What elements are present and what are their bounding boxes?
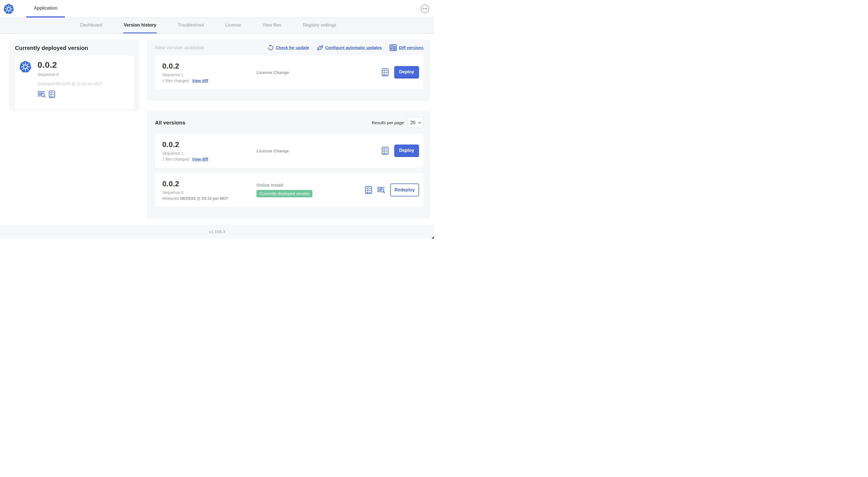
version-info: 0.0.2 Sequence 0 Released 08/29/24 @ 03:… xyxy=(162,180,256,201)
deployed-sequence: Sequence 0 xyxy=(37,72,102,77)
diff-versions-label: Diff versions xyxy=(399,46,424,50)
main-content: Currently deployed version xyxy=(0,34,434,225)
preflight-checks-button[interactable] xyxy=(365,186,372,194)
results-per-page-value: 20 xyxy=(410,120,415,125)
results-per-page-select[interactable]: 20 xyxy=(407,117,424,128)
preflight-checks-button[interactable] xyxy=(381,68,389,77)
tab-version-history[interactable]: Version history xyxy=(123,18,157,33)
currently-deployed-title: Currently deployed version xyxy=(15,45,134,51)
ellipsis-icon xyxy=(421,4,430,13)
app-tab-application[interactable]: Application xyxy=(26,0,65,18)
checklist-icon xyxy=(365,186,372,194)
released-timestamp: Released 08/29/24 @ 03:18 pm MDT xyxy=(162,196,256,201)
tab-view-files[interactable]: View files xyxy=(262,18,282,33)
refresh-icon xyxy=(268,44,274,51)
chevron-down-icon xyxy=(418,122,421,124)
deploy-button[interactable]: Deploy xyxy=(394,145,419,157)
checklist-icon xyxy=(381,68,389,77)
files-changed-line: 1 files changed View diff xyxy=(162,79,256,83)
version-sequence: Sequence 1 xyxy=(162,151,256,155)
version-number: 0.0.2 xyxy=(162,62,256,70)
app-subnav: Dashboard Version history Troubleshoot L… xyxy=(0,18,434,34)
released-date: 08/29/24 @ 03:18 pm MDT xyxy=(180,196,228,201)
overflow-menu-button[interactable] xyxy=(421,4,430,13)
released-prefix: Released xyxy=(162,196,180,201)
all-versions-title: All versions xyxy=(155,120,185,126)
files-changed-text: 1 files changed xyxy=(162,79,189,83)
source-label: Online Install xyxy=(256,183,365,187)
view-diff-link[interactable]: View diff xyxy=(192,79,208,83)
version-row-sequence-0: 0.0.2 Sequence 0 Released 08/29/24 @ 03:… xyxy=(155,173,424,207)
top-header: Application xyxy=(0,0,434,18)
source-label: License Change xyxy=(256,148,381,153)
tab-dashboard[interactable]: Dashboard xyxy=(80,18,102,33)
tab-license[interactable]: License xyxy=(225,18,241,33)
new-version-title: New version available xyxy=(155,45,204,51)
deploy-button[interactable]: Deploy xyxy=(394,66,419,79)
checklist-icon xyxy=(49,90,55,98)
version-sequence: Sequence 1 xyxy=(162,72,256,77)
version-number: 0.0.2 xyxy=(162,140,256,149)
new-version-row: 0.0.2 Sequence 1 1 files changed View di… xyxy=(155,55,424,89)
new-version-panel: New version available Check for update xyxy=(147,39,430,101)
logs-icon xyxy=(37,91,46,98)
check-for-update-link[interactable]: Check for update xyxy=(268,44,309,51)
view-diff-link[interactable]: View diff xyxy=(192,157,208,161)
deployed-info: 0.0.2 Sequence 0 Deployed 09/11/24 @ 11:… xyxy=(37,60,102,105)
clock-refresh-icon xyxy=(317,44,323,51)
logs-icon xyxy=(377,186,385,193)
files-changed-text: 1 files changed xyxy=(162,157,189,161)
results-per-page-label: Results per page: xyxy=(372,120,405,125)
admin-console-page: Application Dashboard Version history Tr… xyxy=(0,0,434,239)
new-version-header: New version available Check for update xyxy=(155,44,424,51)
configure-automatic-updates-label: Configure automatic updates xyxy=(326,46,382,50)
kubernetes-logo-icon xyxy=(3,3,14,14)
preflight-checks-button[interactable] xyxy=(381,147,389,155)
check-for-update-label: Check for update xyxy=(276,46,309,50)
view-logs-button[interactable] xyxy=(37,91,46,98)
app-tab-label: Application xyxy=(34,5,57,11)
deployed-version-number: 0.0.2 xyxy=(37,60,102,70)
diff-versions-link[interactable]: Diff versions xyxy=(390,44,424,51)
footer: v1.109.3 xyxy=(0,225,434,239)
version-info: 0.0.2 Sequence 1 1 files changed View di… xyxy=(162,62,256,83)
version-sequence: Sequence 0 xyxy=(162,190,256,195)
version-actions: Deploy xyxy=(381,145,419,157)
tab-troubleshoot[interactable]: Troubleshoot xyxy=(178,18,204,33)
tab-registry-settings[interactable]: Registry settings xyxy=(303,18,336,33)
version-actions: Deploy xyxy=(381,66,419,79)
preflight-checks-button[interactable] xyxy=(49,90,55,98)
all-versions-panel: All versions Results per page: 20 0.0.2 … xyxy=(147,111,430,219)
deployed-card-actions xyxy=(37,90,102,98)
all-versions-header: All versions Results per page: 20 xyxy=(155,117,424,128)
kubernetes-app-icon xyxy=(19,60,32,73)
new-version-actions: Check for update xyxy=(268,44,424,51)
currently-deployed-panel: Currently deployed version xyxy=(9,39,140,111)
deployed-timestamp: Deployed 09/11/24 @ 11:02 am MDT xyxy=(37,82,102,86)
cursor-artifact xyxy=(431,237,434,239)
source-label: License Change xyxy=(256,70,381,75)
checklist-icon xyxy=(381,147,389,155)
version-number: 0.0.2 xyxy=(162,180,256,188)
results-per-page: Results per page: 20 xyxy=(372,117,424,128)
currently-deployed-badge: Currently deployed version xyxy=(256,190,312,197)
version-source: Online Install Currently deployed versio… xyxy=(256,183,365,197)
redeploy-button[interactable]: Redeploy xyxy=(390,183,419,197)
configure-automatic-updates-link[interactable]: Configure automatic updates xyxy=(317,44,382,51)
diff-icon xyxy=(390,44,397,51)
version-row-sequence-1: 0.0.2 Sequence 1 1 files changed View di… xyxy=(155,134,424,168)
version-source: License Change xyxy=(256,70,381,75)
deployed-version-card: 0.0.2 Sequence 0 Deployed 09/11/24 @ 11:… xyxy=(15,56,134,110)
version-source: License Change xyxy=(256,148,381,153)
version-info: 0.0.2 Sequence 1 1 files changed View di… xyxy=(162,140,256,161)
console-version: v1.109.3 xyxy=(209,229,225,234)
view-logs-button[interactable] xyxy=(377,186,385,193)
files-changed-line: 1 files changed View diff xyxy=(162,157,256,161)
version-actions: Redeploy xyxy=(365,183,419,197)
